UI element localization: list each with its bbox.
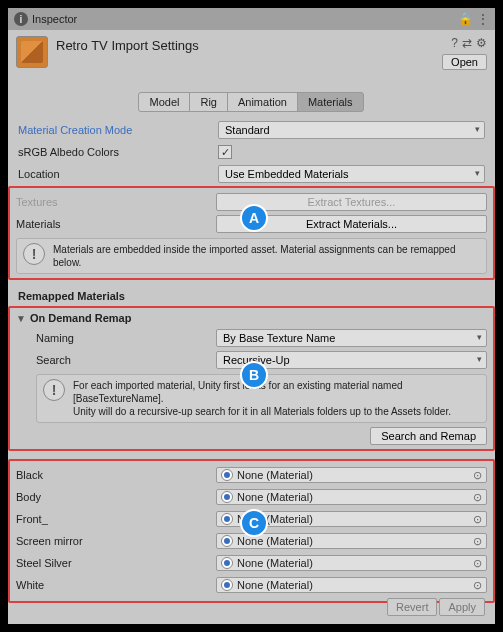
tab-rig[interactable]: Rig — [189, 92, 228, 112]
material-field[interactable]: None (Material) — [216, 555, 487, 571]
chevron-down-icon: ▼ — [16, 313, 26, 324]
textures-label: Textures — [16, 196, 216, 208]
srgb-label: sRGB Albedo Colors — [18, 146, 218, 158]
material-name: Steel Silver — [16, 557, 216, 569]
materials-label: Materials — [16, 218, 216, 230]
remapped-materials-title: Remapped Materials — [18, 290, 485, 302]
badge-c: C — [240, 509, 268, 537]
naming-dropdown[interactable]: By Base Texture Name — [216, 329, 487, 347]
material-name: Front_ — [16, 513, 216, 525]
lock-icon[interactable]: 🔒 — [458, 12, 473, 26]
material-creation-mode-label: Material Creation Mode — [18, 124, 218, 136]
on-demand-remap-foldout[interactable]: ▼ On Demand Remap — [16, 312, 487, 324]
tabs: Model Rig Animation Materials — [8, 92, 495, 112]
tab-animation[interactable]: Animation — [227, 92, 298, 112]
material-name: White — [16, 579, 216, 591]
material-name: Black — [16, 469, 216, 481]
object-icon — [221, 469, 233, 481]
material-creation-mode-dropdown[interactable]: Standard — [218, 121, 485, 139]
apply-button[interactable]: Apply — [439, 598, 485, 616]
object-icon — [221, 491, 233, 503]
material-name: Body — [16, 491, 216, 503]
material-row: Body None (Material) — [16, 487, 487, 507]
search-label: Search — [36, 354, 216, 366]
inspector-panel: i Inspector 🔒 ⋮ Retro TV Import Settings… — [8, 8, 495, 624]
object-icon — [221, 579, 233, 591]
titlebar: i Inspector 🔒 ⋮ — [8, 8, 495, 30]
tab-materials[interactable]: Materials — [297, 92, 364, 112]
badge-a: A — [240, 204, 268, 232]
tab-model[interactable]: Model — [138, 92, 190, 112]
material-name: Screen mirror — [16, 535, 216, 547]
srgb-checkbox[interactable]: ✓ — [218, 145, 232, 159]
badge-b: B — [240, 361, 268, 389]
help-icon[interactable]: ? — [451, 36, 458, 50]
object-icon — [221, 513, 233, 525]
object-icon — [221, 557, 233, 569]
location-label: Location — [18, 168, 218, 180]
material-row: Steel Silver None (Material) — [16, 553, 487, 573]
preset-icon[interactable]: ⇄ — [462, 36, 472, 50]
material-field[interactable]: None (Material) — [216, 467, 487, 483]
open-button[interactable]: Open — [442, 54, 487, 70]
info-icon: i — [14, 12, 28, 26]
warning-icon: ! — [43, 379, 65, 401]
naming-label: Naming — [36, 332, 216, 344]
settings-icon[interactable]: ⚙ — [476, 36, 487, 50]
asset-title: Retro TV Import Settings — [56, 36, 199, 53]
menu-icon[interactable]: ⋮ — [477, 12, 489, 26]
search-and-remap-button[interactable]: Search and Remap — [370, 427, 487, 445]
location-dropdown[interactable]: Use Embedded Materials — [218, 165, 485, 183]
info-strip-a: ! Materials are embedded inside the impo… — [16, 238, 487, 274]
material-field[interactable]: None (Material) — [216, 577, 487, 593]
revert-button[interactable]: Revert — [387, 598, 437, 616]
section-a-box: Textures Extract Textures... Materials E… — [8, 186, 495, 280]
info-text-b: For each imported material, Unity first … — [73, 379, 480, 418]
header: Retro TV Import Settings ? ⇄ ⚙ Open — [8, 30, 495, 74]
object-icon — [221, 535, 233, 547]
warning-icon: ! — [23, 243, 45, 265]
titlebar-text: Inspector — [32, 13, 77, 25]
material-row: Black None (Material) — [16, 465, 487, 485]
asset-icon — [16, 36, 48, 68]
info-text-a: Materials are embedded inside the import… — [53, 243, 480, 269]
material-field[interactable]: None (Material) — [216, 489, 487, 505]
material-row: White None (Material) — [16, 575, 487, 595]
